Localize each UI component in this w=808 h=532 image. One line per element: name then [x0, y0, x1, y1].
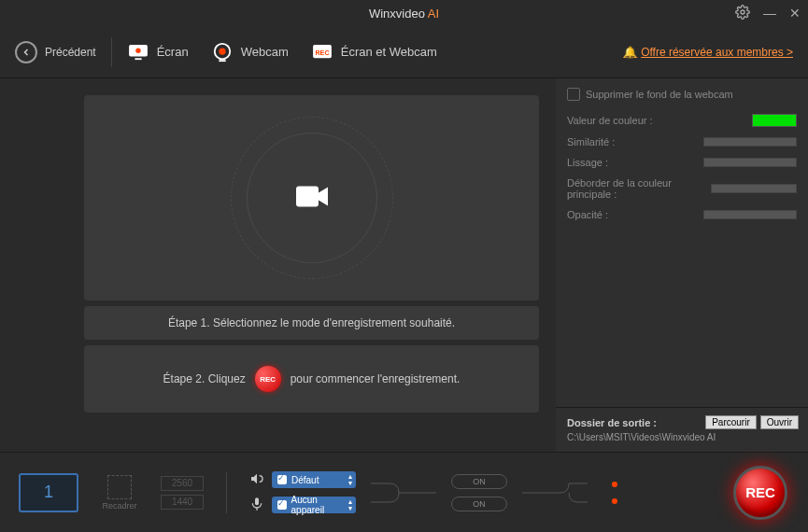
remove-bg-checkbox[interactable]	[567, 88, 580, 101]
rec-small-icon: REC	[255, 366, 281, 392]
crop-label: Recadrer	[102, 501, 136, 511]
record-button[interactable]: REC	[733, 466, 787, 520]
member-offer-link[interactable]: 🔔 Offre réservée aux membres >	[623, 46, 793, 59]
mode-webcam-label: Webcam	[241, 45, 289, 59]
step-2-text-a: Étape 2. Cliquez	[163, 372, 246, 385]
open-button[interactable]: Ouvrir	[760, 415, 799, 429]
color-value-label: Valeur de couleur :	[567, 115, 653, 126]
similarity-slider[interactable]	[703, 137, 797, 147]
app-title-suffix: AI	[428, 7, 439, 21]
opacity-slider[interactable]	[703, 210, 797, 219]
crop-button[interactable]: Recadrer	[93, 473, 146, 512]
close-icon[interactable]: ✕	[789, 6, 801, 21]
screen-icon	[127, 41, 149, 63]
divider	[226, 472, 227, 513]
mic-dropdown[interactable]: Aucun appareil ▴▾	[272, 497, 356, 513]
output-panel: Dossier de sortie : C:\Users\MSIT\Videos…	[556, 407, 808, 452]
mode-both-label: Écran et Webcam	[341, 45, 437, 59]
connector	[522, 475, 588, 511]
system-audio-value: Défaut	[291, 475, 319, 485]
svg-rect-2	[135, 58, 141, 60]
browse-button[interactable]: Parcourir	[705, 415, 757, 429]
crop-icon	[107, 475, 132, 499]
svg-rect-10	[255, 497, 259, 505]
mode-screen[interactable]: Écran	[127, 41, 189, 63]
similarity-label: Similarité :	[567, 136, 615, 147]
monitor-thumb[interactable]: 1	[19, 473, 78, 512]
webcam-bg-panel: Supprimer le fond de la webcam Valeur de…	[556, 78, 808, 452]
minimize-icon[interactable]: —	[763, 6, 776, 21]
svg-point-0	[741, 10, 744, 14]
titlebar: Winxvideo AI — ✕	[0, 0, 808, 26]
smoothing-label: Lissage :	[567, 157, 608, 168]
toolbar: Précédent Écran Webcam REC Écran et Webc…	[0, 26, 808, 78]
smoothing-slider[interactable]	[703, 158, 797, 167]
step-2-text-b: pour commencer l'enregistrement.	[291, 372, 461, 385]
settings-icon[interactable]	[735, 5, 750, 22]
dim-width[interactable]: 2560	[161, 476, 204, 491]
remove-bg-label: Supprimer le fond de la webcam	[586, 89, 733, 100]
mode-screen-label: Écran	[157, 45, 189, 59]
screen-webcam-icon: REC	[311, 41, 333, 63]
divider	[111, 37, 112, 67]
app-title: Winxvideo AI	[369, 7, 439, 21]
member-offer-label: Offre réservée aux membres >	[641, 46, 793, 59]
mic-icon[interactable]	[249, 497, 264, 514]
speaker-icon[interactable]	[249, 471, 264, 489]
preview-canvas	[84, 95, 539, 301]
overflow-slider[interactable]	[711, 184, 797, 193]
svg-rect-6	[219, 60, 225, 62]
output-path: C:\Users\MSIT\Videos\Winxvideo AI	[567, 432, 797, 442]
svg-text:REC: REC	[315, 48, 329, 56]
opacity-label: Opacité :	[567, 209, 608, 220]
bell-icon: 🔔	[623, 46, 637, 59]
mic-value: Aucun appareil	[291, 495, 350, 515]
indicator-dot	[612, 482, 617, 487]
back-arrow-icon	[15, 41, 37, 63]
back-button[interactable]: Précédent	[15, 41, 96, 63]
svg-point-3	[135, 48, 140, 52]
mode-both[interactable]: REC Écran et Webcam	[311, 41, 437, 63]
svg-rect-9	[296, 187, 319, 207]
camera-icon	[296, 185, 328, 212]
bottom-bar: 1 Recadrer 2560 1440 Défaut ▴▾ Aucun app…	[0, 452, 808, 532]
color-swatch[interactable]	[752, 114, 797, 127]
system-audio-dropdown[interactable]: Défaut ▴▾	[272, 471, 356, 488]
overflow-label: Déborder de la couleur principale :	[567, 177, 711, 200]
step-2-hint: Étape 2. Cliquez REC pour commencer l'en…	[84, 345, 539, 413]
record-label: REC	[745, 484, 775, 500]
mic-toggle[interactable]: ON	[451, 497, 507, 511]
back-label: Précédent	[45, 46, 96, 59]
monitor-number: 1	[44, 483, 53, 502]
mode-webcam[interactable]: Webcam	[211, 41, 289, 63]
step-1-hint: Étape 1. Sélectionnez le mode d'enregist…	[84, 306, 539, 340]
connector	[371, 475, 436, 511]
dim-height[interactable]: 1440	[161, 495, 204, 510]
app-title-prefix: Winxvideo	[369, 7, 425, 21]
indicator-dot	[612, 498, 617, 504]
system-audio-toggle[interactable]: ON	[451, 474, 507, 489]
webcam-icon	[211, 41, 234, 63]
svg-point-5	[219, 48, 225, 54]
step-1-text: Étape 1. Sélectionnez le mode d'enregist…	[168, 316, 455, 329]
